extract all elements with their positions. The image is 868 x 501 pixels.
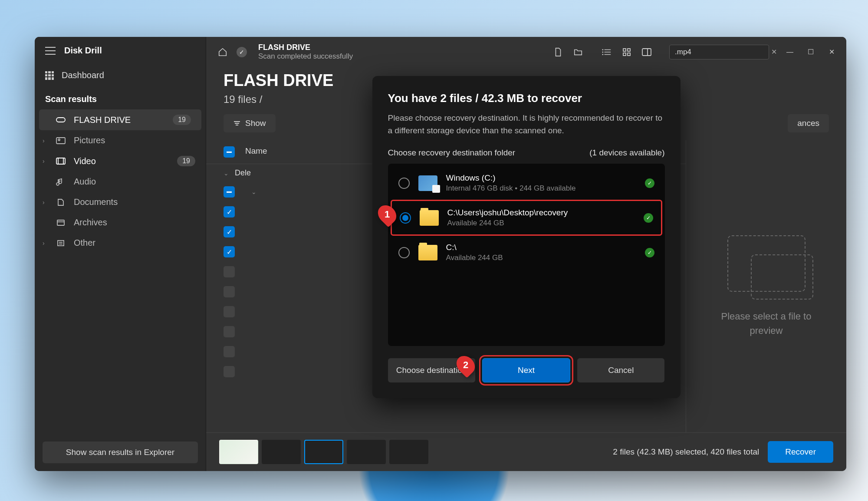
thumbnail[interactable] <box>219 440 258 464</box>
chevron-right-icon: › <box>43 158 45 165</box>
folder-icon <box>420 210 439 226</box>
thumbnail[interactable] <box>262 440 301 464</box>
toolbar-title: FLASH DRIVE <box>258 43 353 52</box>
svg-rect-19 <box>623 53 626 56</box>
thumbnail[interactable] <box>389 440 428 464</box>
destination-info: Available 244 GB <box>447 219 635 227</box>
next-button[interactable]: 2 Next <box>482 358 570 382</box>
select-all-checkbox[interactable] <box>224 146 235 158</box>
recover-button[interactable]: Recover <box>768 441 833 463</box>
video-icon <box>56 157 66 165</box>
sidebar-item-pictures[interactable]: › Pictures <box>35 130 206 151</box>
app-window: Disk Drill Dashboard Scan results FLASH … <box>35 37 846 471</box>
dashboard-icon <box>45 71 54 80</box>
svg-point-15 <box>602 51 603 53</box>
radio-button[interactable] <box>400 212 411 224</box>
modal-devices-count: (1 devices available) <box>589 148 664 158</box>
row-checkbox[interactable] <box>224 226 235 237</box>
destination-item-recovery-folder[interactable]: 1 C:\Users\joshu\Desktop\recovery Availa… <box>391 200 662 236</box>
grid-icon[interactable] <box>621 46 633 58</box>
sidebar-item-audio[interactable]: Audio <box>35 171 206 192</box>
sidebar-item-video[interactable]: › Video 19 <box>35 151 206 171</box>
sidebar-header: Disk Drill <box>35 37 206 64</box>
row-checkbox[interactable] <box>224 266 235 277</box>
file-icon[interactable] <box>552 46 564 58</box>
folder-icon[interactable] <box>572 46 584 58</box>
sidebar-badge: 19 <box>177 156 195 166</box>
sidebar-item-other[interactable]: › Other <box>35 233 206 253</box>
radio-button[interactable] <box>398 178 410 189</box>
document-icon <box>56 198 66 206</box>
svg-rect-0 <box>56 118 65 122</box>
preview-panel: Please select a file to preview <box>686 140 846 432</box>
row-checkbox[interactable] <box>224 246 235 257</box>
toolbar-view-group <box>552 46 584 58</box>
modal-subheader: Choose recovery destination folder (1 de… <box>388 148 665 158</box>
svg-rect-3 <box>56 158 65 164</box>
hamburger-icon[interactable] <box>45 47 56 55</box>
clear-search-icon[interactable]: ✕ <box>771 48 777 56</box>
sidebar-item-documents[interactable]: › Documents <box>35 192 206 212</box>
main-content: ✓ FLASH DRIVE Scan completed successfull… <box>206 37 846 471</box>
destination-name: C:\ <box>446 243 636 252</box>
cancel-button[interactable]: Cancel <box>577 358 664 382</box>
sidebar-item-flash-drive[interactable]: FLASH DRIVE 19 <box>39 109 201 130</box>
sidebar-item-label: Archives <box>74 218 107 227</box>
sidebar-item-label: FLASH DRIVE <box>74 115 131 125</box>
row-checkbox[interactable] <box>224 326 235 337</box>
destination-list: Windows (C:) Internal 476 GB disk • 244 … <box>388 164 665 346</box>
radio-button[interactable] <box>398 247 410 258</box>
destination-info: Available 244 GB <box>446 254 636 262</box>
sidebar-item-dashboard[interactable]: Dashboard <box>35 64 206 86</box>
minimize-button[interactable]: — <box>786 48 794 56</box>
row-checkbox[interactable] <box>224 346 235 357</box>
status-ok-icon: ✓ <box>644 213 653 223</box>
filter-show-button[interactable]: Show <box>224 114 276 132</box>
destination-item-windows-c[interactable]: Windows (C:) Internal 476 GB disk • 244 … <box>391 166 662 200</box>
chevron-right-icon: › <box>43 240 45 247</box>
list-icon[interactable] <box>601 46 613 58</box>
other-icon <box>56 239 66 247</box>
preview-text: Please select a file to preview <box>704 309 829 338</box>
modal-buttons: Choose destination 2 Next Cancel <box>388 358 665 382</box>
svg-rect-21 <box>642 49 651 56</box>
panel-icon[interactable] <box>641 46 653 58</box>
svg-rect-17 <box>623 49 626 51</box>
row-checkbox[interactable] <box>224 366 235 377</box>
search-input[interactable] <box>675 48 767 56</box>
destination-name: Windows (C:) <box>446 173 636 183</box>
toolbar-subtitle: Scan completed successfully <box>258 52 353 61</box>
destination-name: C:\Users\joshu\Desktop\recovery <box>447 208 635 218</box>
filter-icon <box>233 120 241 126</box>
sidebar-badge: 19 <box>173 115 191 125</box>
destination-item-c-root[interactable]: C:\ Available 244 GB ✓ <box>391 236 662 269</box>
modal-subheader-label: Choose recovery destination folder <box>388 148 516 158</box>
chevron-down-icon[interactable]: ⌄ <box>224 170 229 177</box>
row-checkbox[interactable] <box>224 186 235 198</box>
filter-chances-button[interactable]: ances <box>788 114 829 132</box>
sidebar-item-label: Video <box>74 156 96 166</box>
home-icon[interactable] <box>217 46 229 58</box>
annotation-callout-1: 1 <box>374 201 400 227</box>
row-checkbox[interactable] <box>224 306 235 317</box>
search-box[interactable]: ✕ <box>669 45 769 59</box>
sidebar: Disk Drill Dashboard Scan results FLASH … <box>35 37 206 471</box>
archive-icon <box>56 219 66 227</box>
status-ok-icon: ✓ <box>645 248 654 257</box>
thumbnail[interactable] <box>304 440 343 464</box>
dashboard-label: Dashboard <box>62 70 104 80</box>
sidebar-item-archives[interactable]: Archives <box>35 212 206 233</box>
status-ok-icon: ✓ <box>645 178 654 188</box>
drive-icon <box>56 116 66 124</box>
row-checkbox[interactable] <box>224 206 235 218</box>
row-checkbox[interactable] <box>224 286 235 297</box>
maximize-button[interactable]: ☐ <box>806 48 815 56</box>
show-in-explorer-button[interactable]: Show scan results in Explorer <box>43 442 198 463</box>
toolbar: ✓ FLASH DRIVE Scan completed successfull… <box>206 37 846 67</box>
close-button[interactable]: ✕ <box>827 48 836 56</box>
chevron-down-icon[interactable]: ⌄ <box>251 188 256 195</box>
scan-status-icon: ✓ <box>237 47 247 57</box>
thumbnail[interactable] <box>347 440 386 464</box>
bottom-bar: 2 files (42.3 MB) selected, 420 files to… <box>206 432 846 471</box>
sidebar-section-label: Scan results <box>35 86 206 109</box>
